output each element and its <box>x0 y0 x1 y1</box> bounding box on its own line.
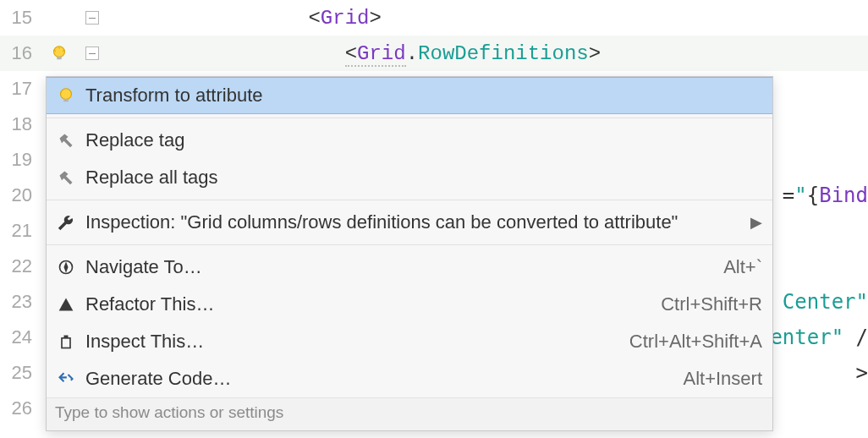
popup-item-generate-code[interactable]: Generate Code… Alt+Insert <box>47 360 772 397</box>
line-number: 16 <box>0 42 39 64</box>
editor-line-current[interactable]: 16 <Grid.RowDefinitions> <box>0 36 868 71</box>
line-number: 17 <box>0 78 39 100</box>
line-number: 20 <box>0 184 39 206</box>
submenu-arrow-icon: ▶ <box>745 213 762 232</box>
lightbulb-icon[interactable] <box>50 44 69 63</box>
popup-separator <box>47 200 772 200</box>
popup-item-replace-tag[interactable]: Replace tag <box>47 122 772 159</box>
svg-rect-3 <box>63 99 69 102</box>
popup-item-label: Inspection: "Grid columns/rows definitio… <box>85 211 735 233</box>
popup-item-transform-to-attribute[interactable]: Transform to attribute <box>47 77 772 114</box>
fold-column[interactable] <box>80 11 105 25</box>
popup-item-shortcut: Alt+Insert <box>683 368 762 390</box>
wrench-icon <box>57 213 75 232</box>
popup-separator <box>47 244 772 245</box>
line-number: 23 <box>0 291 39 313</box>
code-fragment: Center" <box>783 290 868 314</box>
compass-icon <box>57 258 75 276</box>
svg-rect-1 <box>57 57 62 60</box>
popup-item-shortcut: Ctrl+Alt+Shift+A <box>629 331 762 353</box>
line-number: 24 <box>0 326 39 348</box>
fold-toggle-icon[interactable] <box>85 11 99 25</box>
popup-item-label: Navigate To… <box>85 256 713 278</box>
popup-item-label: Replace tag <box>85 129 762 151</box>
line-number: 19 <box>0 149 39 171</box>
popup-item-label: Generate Code… <box>85 368 673 390</box>
code-fragment: enter" / <box>770 326 868 349</box>
fold-toggle-icon[interactable] <box>85 47 99 60</box>
line-number: 25 <box>0 362 39 384</box>
intention-actions-popup[interactable]: Transform to attribute Replace tag Repla… <box>46 76 773 431</box>
popup-item-label: Inspect This… <box>85 331 619 353</box>
popup-item-label: Replace all tags <box>85 167 762 189</box>
code-fragment: ="{Bind <box>783 183 868 207</box>
popup-separator <box>47 118 772 118</box>
popup-item-label: Transform to attribute <box>85 85 762 107</box>
popup-item-inspect-this[interactable]: Inspect This… Ctrl+Alt+Shift+A <box>47 323 772 360</box>
hammer-icon <box>57 131 75 150</box>
popup-item-navigate-to[interactable]: Navigate To… Alt+` <box>47 249 772 286</box>
line-number: 15 <box>0 7 39 29</box>
line-number: 18 <box>0 113 39 135</box>
line-number: 21 <box>0 220 39 242</box>
triangle-icon <box>57 295 75 314</box>
hammer-icon <box>57 168 75 187</box>
popup-item-shortcut: Alt+` <box>723 256 762 278</box>
lightbulb-icon <box>57 86 75 105</box>
popup-item-shortcut: Ctrl+Shift+R <box>661 293 762 315</box>
svg-rect-6 <box>62 338 70 348</box>
inspect-icon <box>57 332 75 351</box>
fold-column[interactable] <box>80 47 105 60</box>
popup-hint: Type to show actions or settings <box>47 397 772 430</box>
code-fragment: > <box>856 361 868 385</box>
popup-item-replace-all-tags[interactable]: Replace all tags <box>47 159 772 196</box>
line-number: 26 <box>0 397 39 419</box>
svg-point-2 <box>61 89 72 100</box>
popup-item-inspection[interactable]: Inspection: "Grid columns/rows definitio… <box>47 204 772 241</box>
popup-item-refactor-this[interactable]: Refactor This… Ctrl+Shift+R <box>47 286 772 323</box>
popup-item-label: Refactor This… <box>85 293 651 315</box>
generate-icon <box>57 370 75 388</box>
line-number: 22 <box>0 255 39 277</box>
code-editor[interactable]: 15 <Grid> 16 <Grid.RowDefinitions> 17 18… <box>0 0 868 438</box>
gutter-icon-column[interactable] <box>39 44 80 63</box>
